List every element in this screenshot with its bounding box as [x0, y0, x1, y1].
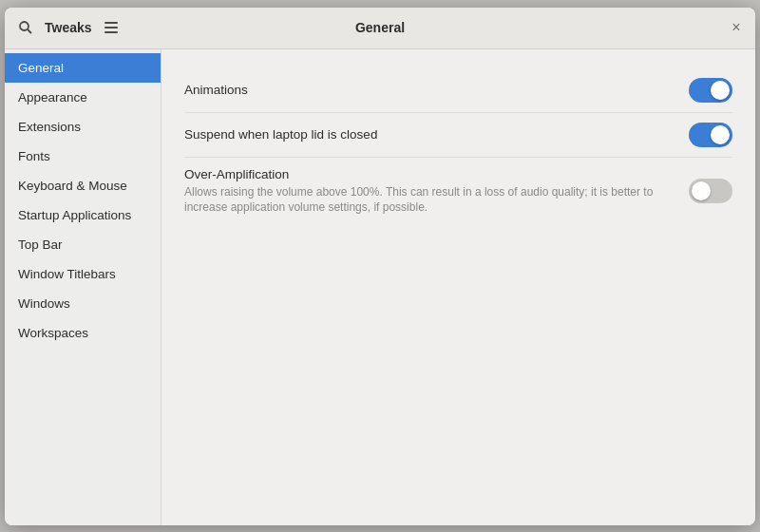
content-area: General Appearance Extensions Fonts Keyb…: [5, 49, 755, 525]
sidebar-item-fonts[interactable]: Fonts: [5, 142, 161, 171]
sidebar-item-general[interactable]: General: [5, 53, 161, 83]
sidebar-item-keyboard-mouse[interactable]: Keyboard & Mouse: [5, 171, 161, 200]
main-panel: Animations Suspend when laptop lid is cl…: [162, 49, 755, 525]
toggle-thumb-over-amplification: [692, 181, 711, 200]
app-title: Tweaks: [45, 20, 92, 35]
sidebar-item-window-titlebars[interactable]: Window Titlebars: [5, 259, 161, 289]
toggle-thumb-suspend-lid: [711, 125, 730, 144]
search-button[interactable]: [12, 14, 39, 41]
setting-row-animations: Animations: [184, 68, 732, 113]
setting-label-over-amplification: Over-Amplification: [184, 167, 674, 181]
setting-info-suspend-lid: Suspend when laptop lid is closed: [184, 127, 674, 142]
setting-info-animations: Animations: [184, 83, 674, 97]
sidebar-item-extensions[interactable]: Extensions: [5, 112, 161, 142]
setting-description-over-amplification: Allows raising the volume above 100%. Th…: [184, 184, 674, 217]
toggle-animations[interactable]: [689, 78, 732, 103]
menu-button[interactable]: [98, 14, 124, 41]
sidebar-item-top-bar[interactable]: Top Bar: [5, 230, 161, 259]
setting-info-over-amplification: Over-Amplification Allows raising the vo…: [184, 167, 674, 217]
setting-row-suspend-lid: Suspend when laptop lid is closed: [184, 113, 732, 158]
sidebar-item-startup-applications[interactable]: Startup Applications: [5, 200, 161, 230]
titlebar: Tweaks General ×: [5, 8, 755, 49]
titlebar-center: General: [164, 20, 596, 35]
svg-point-0: [20, 22, 28, 30]
main-window: Tweaks General × General Appearance Exte…: [5, 8, 755, 525]
titlebar-left: Tweaks: [12, 14, 164, 41]
toggle-track-suspend-lid[interactable]: [689, 123, 732, 147]
hamburger-icon: [104, 22, 118, 33]
sidebar-item-appearance[interactable]: Appearance: [5, 83, 161, 112]
toggle-track-animations[interactable]: [689, 78, 732, 103]
setting-row-over-amplification: Over-Amplification Allows raising the vo…: [184, 158, 732, 226]
toggle-over-amplification[interactable]: [689, 179, 732, 203]
sidebar: General Appearance Extensions Fonts Keyb…: [5, 49, 162, 525]
titlebar-right: ×: [596, 16, 748, 39]
toggle-suspend-lid[interactable]: [689, 123, 732, 147]
page-title: General: [355, 20, 405, 35]
setting-label-animations: Animations: [184, 83, 674, 97]
svg-line-1: [28, 29, 31, 33]
close-button[interactable]: ×: [725, 16, 748, 39]
setting-label-suspend-lid: Suspend when laptop lid is closed: [184, 127, 674, 142]
toggle-track-over-amplification[interactable]: [689, 179, 732, 203]
sidebar-item-windows[interactable]: Windows: [5, 289, 161, 318]
sidebar-item-workspaces[interactable]: Workspaces: [5, 318, 161, 348]
toggle-thumb-animations: [711, 81, 730, 100]
search-icon: [18, 20, 33, 35]
